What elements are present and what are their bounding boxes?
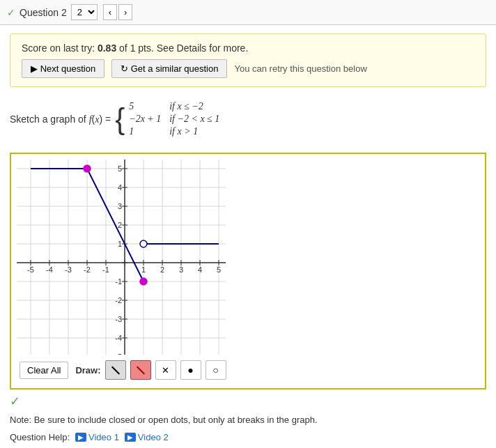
line-tool-button[interactable]: | [105,360,126,380]
score-box: Score on last try: 0.83 of 1 pts. See De… [10,33,486,87]
note-area: Note: Be sure to include closed or open … [0,410,496,429]
similar-question-button[interactable]: ↻ Get a similar question [111,59,227,78]
video1-label: Video 1 [88,432,119,442]
segment-icon: ✕ [162,365,169,376]
toolbar: Clear All Draw: | | ✕ ● ○ [17,355,479,383]
check-icon: ✓ [7,7,15,18]
next-button[interactable]: › [118,4,132,20]
video1-link[interactable]: ▶ Video 1 [75,432,119,442]
graph-canvas-wrapper[interactable] [17,160,226,355]
clear-all-button[interactable]: Clear All [20,362,68,379]
video2-label: Video 2 [138,432,169,442]
question-text: Sketch a graph of f(x) = { 5 if x ≤ −2 −… [10,101,486,137]
dot-icon: ● [187,364,193,376]
question-select[interactable]: 2 [71,4,98,20]
case-cond-3: if x > 1 [169,126,198,137]
line-icon: | [110,364,121,376]
question-label: Question 2 [20,7,67,18]
score-text: Score on last try: 0.83 of 1 pts. See De… [22,43,474,54]
submit-area: Submit Question [0,445,496,448]
case-row-1: 5 if x ≤ −2 [129,101,219,112]
question-help-area: Question Help: ▶ Video 1 ▶ Video 2 [0,429,496,445]
cases: 5 if x ≤ −2 −2x + 1 if −2 < x ≤ 1 1 if x… [129,101,219,137]
open-dot-icon: ○ [212,364,218,376]
prev-button[interactable]: ‹ [103,4,117,20]
case-val-3: 1 [129,126,164,137]
question-area: Sketch a graph of f(x) = { 5 if x ≤ −2 −… [0,95,496,150]
video1-icon: ▶ [75,433,86,442]
next-question-button[interactable]: ▶ Next question [22,59,104,78]
case-cond-2: if −2 < x ≤ 1 [169,114,219,125]
answer-check-icon: ✓ [10,394,20,408]
segment-tool-button[interactable]: ✕ [155,360,176,380]
question-help-label: Question Help: [10,432,70,442]
piecewise-function: { 5 if x ≤ −2 −2x + 1 if −2 < x ≤ 1 1 if… [115,101,219,137]
checkmark-area: ✓ [0,392,496,410]
retry-text: You can retry this question below [234,63,366,74]
case-val-1: 5 [129,101,164,112]
next-q-arrow: ▶ [31,63,38,74]
case-row-2: −2x + 1 if −2 < x ≤ 1 [129,114,219,125]
case-row-3: 1 if x > 1 [129,126,219,137]
left-brace: { [115,105,125,134]
ray-icon: | [135,364,146,376]
question-prompt: Sketch a graph of f(x) = [10,114,111,125]
open-dot-tool-button[interactable]: ○ [206,360,226,380]
refresh-icon: ↻ [121,63,128,74]
draw-label: Draw: [75,365,100,376]
ray-tool-button[interactable]: | [130,360,151,380]
score-actions: ▶ Next question ↻ Get a similar question… [22,59,474,78]
case-val-2: −2x + 1 [129,114,164,125]
note-text: Note: Be sure to include closed or open … [10,415,318,425]
video2-icon: ▶ [125,433,136,442]
score-value: 0.83 [98,43,116,54]
case-cond-1: if x ≤ −2 [169,101,203,112]
video2-link[interactable]: ▶ Video 2 [125,432,169,442]
top-bar: ✓ Question 2 2 ‹ › [0,0,496,25]
graph-canvas[interactable] [17,160,226,355]
graph-container: Clear All Draw: | | ✕ ● ○ [10,153,486,389]
dot-tool-button[interactable]: ● [180,360,201,380]
